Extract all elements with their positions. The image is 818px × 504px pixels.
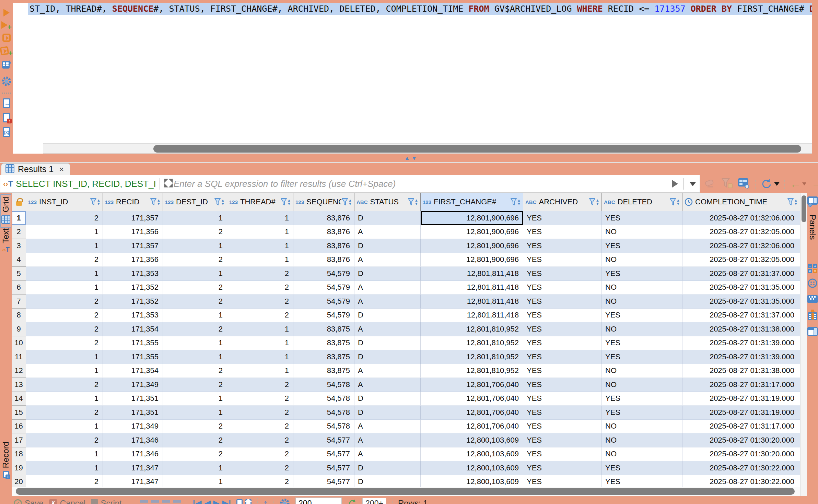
cell-status[interactable]: D [354,406,421,420]
cell-archived[interactable]: YES [523,420,602,434]
cell-inst-id[interactable]: 1 [26,420,103,434]
cell-first-change-[interactable]: 12,801,810,952 [421,364,523,378]
panels-config-icon[interactable] [807,196,818,208]
cell-sequence-[interactable]: 54,577 [293,447,354,461]
cell-sequence-[interactable]: 83,876 [293,253,354,267]
cell-thread-[interactable]: 2 [227,447,293,461]
cell-deleted[interactable]: NO [602,420,682,434]
execute-new-tab-icon[interactable]: + [1,21,12,29]
previous-row-icon[interactable]: ◀ [204,499,210,504]
column-header-thread-[interactable]: 123THREAD#▲▼ [227,193,293,211]
document-variables-icon[interactable]: {x} [3,127,10,137]
cell-sequence-[interactable]: 83,876 [293,225,354,239]
cell-deleted[interactable]: YES [602,461,682,475]
cell-dest-id[interactable]: 2 [163,433,227,447]
cell-first-change-[interactable]: 12,801,706,040 [421,378,523,392]
filter-history-dropdown-icon[interactable] [689,182,696,186]
cell-deleted[interactable]: NO [602,447,682,461]
cell-recid[interactable]: 171,349 [103,420,163,434]
cell-completion-time[interactable]: 2025-08-27 01:32:06.000 [682,239,800,253]
cell-thread-[interactable]: 1 [227,253,293,267]
cell-first-change-[interactable]: 12,800,103,609 [421,461,523,475]
row-number[interactable]: 2 [12,225,26,239]
cell-first-change-[interactable]: 12,801,900,696 [421,211,523,225]
cell-completion-time[interactable]: 2025-08-27 01:31:19.000 [682,392,800,406]
scrollbar-thumb[interactable] [802,195,806,222]
cell-inst-id[interactable]: 1 [26,461,103,475]
row-number[interactable]: 1 [12,211,26,225]
cell-status[interactable]: A [354,295,421,309]
cell-thread-[interactable]: 2 [227,392,293,406]
cell-archived[interactable]: YES [523,281,602,295]
cell-inst-id[interactable]: 1 [26,350,103,364]
result-filter-bar[interactable]: ‹›T SELECT INST_ID, RECID, DEST_I Enter … [0,175,700,193]
cell-thread-[interactable]: 2 [227,461,293,475]
cell-thread-[interactable]: 2 [227,281,293,295]
column-header-status[interactable]: ABCSTATUS▲▼ [354,193,421,211]
grid-edit-icons[interactable] [140,500,181,504]
cell-archived[interactable]: YES [523,392,602,406]
sort-arrows-icon[interactable]: ▲▼ [97,199,101,205]
cell-completion-time[interactable]: 2025-08-27 01:32:05.000 [682,225,800,239]
cell-inst-id[interactable]: 1 [26,225,103,239]
cell-sequence-[interactable]: 54,579 [293,267,354,281]
navigate-up[interactable]: ↑ [263,498,268,504]
execute-statement-icon[interactable] [3,9,10,16]
cell-inst-id[interactable]: 1 [26,392,103,406]
row-number[interactable]: 16 [12,420,26,434]
filter-funnel-icon[interactable] [589,198,596,206]
cell-sequence-[interactable]: 54,579 [293,281,354,295]
cell-first-change-[interactable]: 12,800,103,609 [421,447,523,461]
row-number[interactable]: 6 [12,281,26,295]
cell-status[interactable]: D [354,350,421,364]
cell-first-change-[interactable]: 12,801,706,040 [421,392,523,406]
cell-recid[interactable]: 171,357 [103,239,163,253]
calculator-icon[interactable]: −+×= [808,264,817,273]
filter-funnel-icon[interactable] [280,198,287,206]
cell-dest-id[interactable]: 2 [163,253,227,267]
cell-first-change-[interactable]: 12,801,811,418 [421,267,523,281]
cell-sequence-[interactable]: 83,875 [293,350,354,364]
row-number[interactable]: 19 [12,461,26,475]
cell-status[interactable]: A [354,420,421,434]
cell-first-change-[interactable]: 12,801,810,952 [421,350,523,364]
cell-thread-[interactable]: 1 [227,211,293,225]
cell-completion-time[interactable]: 2025-08-27 01:31:35.000 [682,281,800,295]
cell-first-change-[interactable]: 12,801,706,040 [421,406,523,420]
up-arrow-icon[interactable]: ↑ [263,498,268,504]
row-number[interactable]: 15 [12,406,26,420]
cell-status[interactable]: D [354,239,421,253]
cell-first-change-[interactable]: 12,801,900,696 [421,239,523,253]
cell-deleted[interactable]: YES [602,267,682,281]
cell-thread-[interactable]: 2 [227,433,293,447]
cell-recid[interactable]: 171,352 [103,295,163,309]
cell-recid[interactable]: 171,346 [103,447,163,461]
filter-funnel-icon[interactable] [90,198,97,206]
row-number[interactable]: 18 [12,447,26,461]
row-number[interactable]: 8 [12,309,26,323]
cell-inst-id[interactable]: 2 [26,322,103,336]
sort-arrows-icon[interactable]: ▲▼ [414,199,418,205]
cell-recid[interactable]: 171,357 [103,211,163,225]
cell-recid[interactable]: 171,356 [103,253,163,267]
grid-horizontal-scrollbar[interactable] [12,487,800,496]
cell-status[interactable]: D [354,267,421,281]
cell-archived[interactable]: YES [523,225,602,239]
cell-archived[interactable]: YES [523,309,602,323]
row-number[interactable]: 14 [12,392,26,406]
cell-status[interactable]: A [354,281,421,295]
cell-completion-time[interactable]: 2025-08-27 01:31:37.000 [682,309,800,323]
cell-thread-[interactable]: 1 [227,239,293,253]
cell-thread-[interactable]: 2 [227,406,293,420]
cell-sequence-[interactable]: 54,578 [293,392,354,406]
cell-recid[interactable]: 171,353 [103,309,163,323]
panel-splitter[interactable]: ▲▼ [0,154,818,163]
cell-deleted[interactable]: NO [602,322,682,336]
cell-completion-time[interactable]: 2025-08-27 01:30:20.000 [682,433,800,447]
column-header-inst-id[interactable]: 123INST_ID▲▼ [26,193,103,211]
presentation-tab-record[interactable]: Recordi [0,442,11,478]
cell-thread-[interactable]: 2 [227,267,293,281]
cell-dest-id[interactable]: 2 [163,378,227,392]
cell-archived[interactable]: YES [523,267,602,281]
filter-funnel-icon[interactable] [510,198,517,206]
